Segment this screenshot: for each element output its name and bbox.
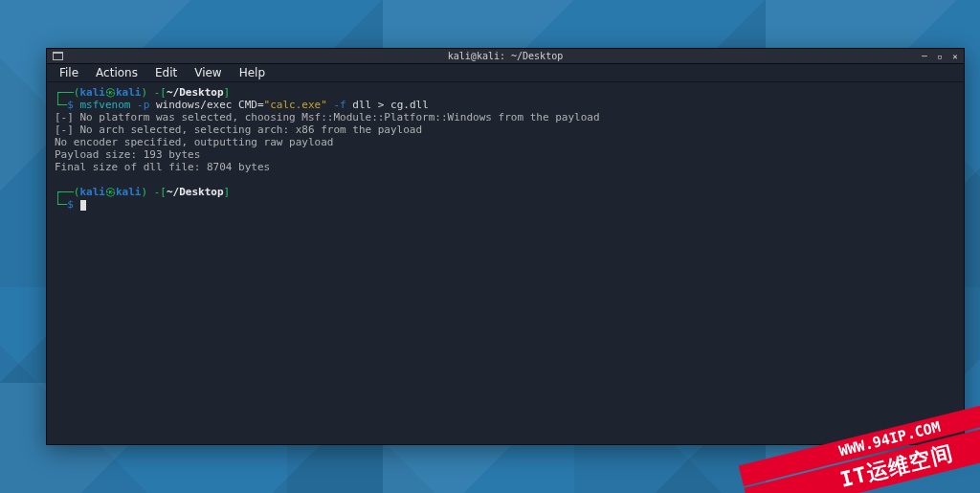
terminal-icon (53, 52, 63, 60)
menu-file[interactable]: File (51, 65, 87, 80)
prompt2-host: kali (116, 186, 142, 198)
prompt2-cwd: ~/Desktop (167, 186, 224, 198)
prompt-bracket-open: -[ (154, 86, 167, 99)
prompt2-at: ㉿ (105, 186, 116, 198)
cmd-payload: windows/exec (156, 99, 232, 111)
cmd-val: "calc.exe" (264, 99, 327, 111)
window-controls: ─ ▫ ✕ (918, 49, 962, 63)
menu-view[interactable]: View (186, 65, 230, 80)
cmd-bin: msfvenom (80, 99, 131, 111)
prompt-host: kali (116, 86, 142, 99)
cmd-fmt: dll (352, 99, 371, 111)
output-line-4: Payload size: 193 bytes (55, 148, 200, 161)
window-title: kali@kali: ~/Desktop (47, 51, 964, 61)
cmd-out: cg.dll (390, 99, 429, 111)
minimize-button[interactable]: ─ (918, 51, 931, 62)
prompt2-line2-prefix: └─ (55, 198, 67, 211)
prompt2-bracket-close: ] (224, 186, 231, 198)
menu-actions[interactable]: Actions (87, 65, 146, 80)
maximize-button[interactable]: ▫ (933, 51, 947, 62)
cmd-key: CMD= (238, 99, 264, 111)
prompt-line2-prefix: └─ (55, 99, 67, 111)
output-line-2: [-] No arch selected, selecting arch: x8… (55, 123, 422, 136)
cursor (80, 200, 86, 211)
prompt-cwd: ~/Desktop (167, 86, 224, 99)
cmd-flag-p: -p (137, 99, 149, 111)
terminal-window: kali@kali: ~/Desktop ─ ▫ ✕ File Actions … (46, 48, 965, 445)
close-button[interactable]: ✕ (948, 51, 962, 62)
prompt-at: ㉿ (105, 86, 116, 99)
prompt2-line1-prefix: ┌──( (55, 186, 80, 198)
prompt2-bracket-open: -[ (154, 186, 167, 198)
cmd-flag-f: -f (333, 99, 345, 111)
prompt2-sigil: $ (67, 198, 74, 211)
menubar: File Actions Edit View Help (47, 64, 964, 82)
cmd-redir: > (378, 99, 385, 111)
prompt-sigil: $ (67, 99, 74, 111)
terminal-output[interactable]: ┌──(kali㉿kali) -[~/Desktop] └─$ msfvenom… (47, 82, 964, 444)
prompt-bracket-close: ] (224, 86, 231, 99)
menu-help[interactable]: Help (231, 65, 274, 80)
output-line-3: No encoder specified, outputting raw pay… (55, 136, 333, 148)
titlebar[interactable]: kali@kali: ~/Desktop ─ ▫ ✕ (47, 49, 964, 64)
output-line-5: Final size of dll file: 8704 bytes (55, 161, 270, 173)
prompt2-user: kali (80, 186, 106, 198)
prompt-user: kali (80, 86, 106, 99)
prompt-line1-prefix: ┌──( (55, 86, 80, 99)
output-line-1: [-] No platform was selected, choosing M… (55, 111, 600, 123)
menu-edit[interactable]: Edit (146, 65, 186, 80)
